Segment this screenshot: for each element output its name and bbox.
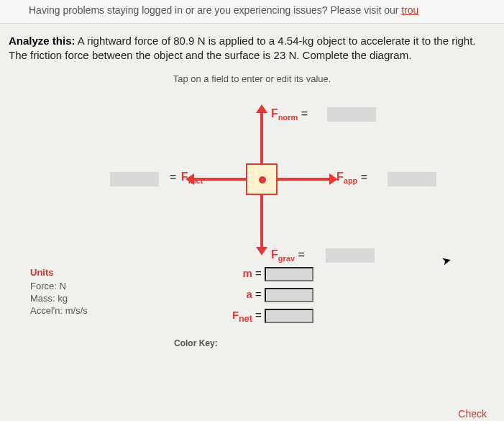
troubleshoot-link[interactable]: trou — [401, 4, 418, 16]
arrowhead-up-icon — [256, 104, 267, 113]
input-fnorm[interactable] — [327, 107, 376, 122]
units-accel: Accel'n: m/s/s — [30, 305, 88, 316]
arrow-frict — [194, 178, 247, 181]
prompt-lead: Analyze this: — [9, 35, 75, 47]
arrowhead-left-icon — [185, 173, 194, 185]
center-dot — [259, 176, 266, 184]
label-fnet: Fnet = — [210, 309, 262, 324]
problem-prompt: Analyze this: A rightward force of 80.9 … — [9, 34, 495, 63]
color-key-label: Color Key: — [9, 332, 495, 348]
arrow-grav — [260, 195, 263, 248]
notice-banner: Having problems staying logged in or are… — [0, 0, 504, 24]
arrowhead-right-icon — [329, 173, 338, 185]
calc-block: m = a = Fnet = — [109, 267, 487, 333]
input-ffrict[interactable] — [110, 172, 159, 186]
label-fgrav: Fgrav = — [271, 248, 305, 263]
banner-text: Having problems staying logged in or are… — [29, 4, 401, 16]
label-fapp: Fapp = — [336, 171, 367, 185]
arrow-norm — [260, 112, 263, 165]
free-body-diagram: Fnorm = Fgrav = Fapp = = Ffrict ➤ — [9, 91, 495, 264]
units-legend: Units Force: N Mass: kg Accel'n: m/s/s — [30, 267, 88, 333]
label-fnorm: Fnorm = — [271, 107, 308, 122]
input-a[interactable] — [265, 288, 313, 302]
units-heading: Units — [30, 267, 88, 278]
input-fapp[interactable] — [388, 172, 436, 186]
input-m[interactable] — [265, 267, 313, 281]
arrow-app — [278, 178, 331, 181]
units-force: Force: N — [30, 281, 88, 291]
input-fnet[interactable] — [265, 309, 313, 323]
tap-hint: Tap on a field to enter or edit its valu… — [9, 73, 495, 84]
label-m: m = — [210, 267, 262, 279]
input-fgrav[interactable] — [326, 248, 375, 263]
check-button[interactable]: Check — [458, 408, 487, 420]
arrowhead-down-icon — [256, 247, 267, 255]
prompt-body: A rightward force of 80.9 N is applied t… — [9, 35, 476, 61]
units-mass: Mass: kg — [30, 293, 88, 304]
label-a: a = — [210, 288, 262, 300]
